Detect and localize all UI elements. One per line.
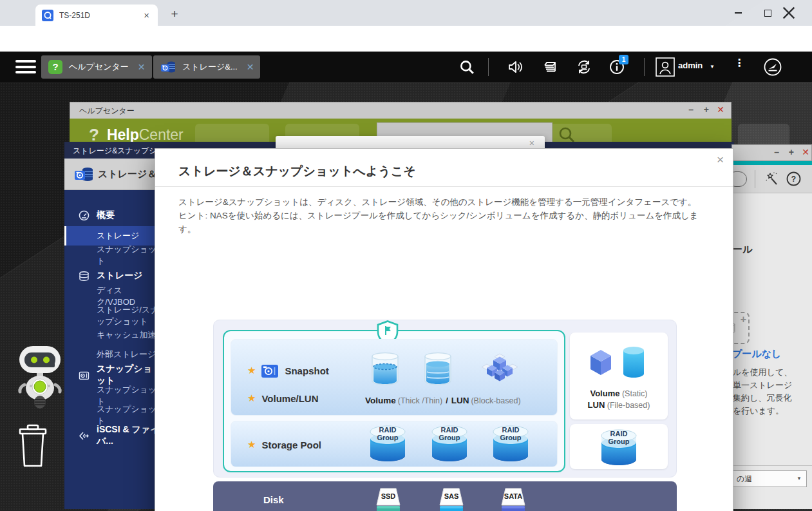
taskbar-divider — [488, 58, 489, 76]
star-icon: ★ — [247, 392, 256, 404]
star-icon: ★ — [247, 365, 256, 376]
volume-lun-row: ★ Snapshot ★ Volume/LUN — [231, 339, 558, 416]
wizard-icon[interactable] — [764, 171, 780, 187]
static-volume-cube-icon — [587, 347, 615, 378]
thick-volume-icon — [370, 351, 400, 387]
sidebar-item-storage-snapshot[interactable]: ストレージ/スナップショット — [64, 306, 161, 325]
sidebar-item-storage[interactable]: ストレージ — [64, 265, 161, 287]
star-icon: ★ — [247, 439, 256, 450]
no-pool-link[interactable]: プールなし — [732, 348, 781, 360]
svg-text:?: ? — [791, 175, 796, 184]
browser-tab[interactable]: TS-251D × — [35, 5, 158, 26]
raid-group-icon: RAIDGroup — [491, 424, 530, 463]
user-avatar-icon[interactable] — [656, 57, 675, 77]
taskbar-tab-label: ヘルプセンター — [69, 61, 129, 73]
pool-description: ルを使用して、 単一ストレージ 集約し、冗長化 を行います。 — [733, 366, 792, 418]
period-dropdown[interactable]: の週 ▼ — [732, 470, 807, 487]
right-window-toolbar: ? — [732, 165, 812, 193]
disks-icon — [79, 271, 90, 282]
sidebar-item-overview[interactable]: 概要 — [64, 204, 161, 226]
pool-section-heading: ール — [733, 244, 752, 256]
sidebar-label: ストレージ — [97, 230, 139, 242]
sidebar-label: iSCSI & ファイバ... — [97, 424, 161, 447]
user-name[interactable]: admin — [678, 61, 703, 70]
logo-text-bold: Help — [107, 126, 139, 144]
disk-row: Disk SSD SAS SATA — [213, 481, 677, 511]
minimize-icon — [735, 12, 742, 14]
static-lun-cylinder-icon — [621, 345, 646, 379]
dialog-description: ストレージ&スナップショットは、ディスク、ストレージ領域、その他のストレージ機能… — [178, 195, 719, 236]
snapshot-label: Snapshot — [285, 365, 328, 376]
robot-mascot-icon[interactable] — [14, 345, 66, 409]
new-tab-button[interactable]: + — [166, 6, 183, 23]
taskbar-more-icon[interactable]: ⋮ — [734, 59, 741, 66]
taskbar-tab-storage[interactable]: ストレージ&... ✕ — [153, 55, 260, 79]
minimize-button[interactable]: – — [774, 147, 779, 157]
sidebar-label: キャッシュ加速 — [97, 329, 156, 341]
raid-group-icon: RAIDGroup — [600, 428, 638, 467]
sidebar-label: ストレージ/スナップショット — [97, 304, 161, 327]
snapshot-legend: ★ Snapshot — [247, 363, 329, 378]
recycle-bin-icon[interactable] — [18, 424, 48, 468]
sidebar-label: スナップショット — [97, 403, 161, 427]
welcome-dialog: × ストレージ＆スナップショットへようこそ ストレージ&スナップショットは、ディ… — [155, 148, 733, 511]
snapshot-camera-icon — [261, 363, 278, 378]
raid-group-icon: RAIDGroup — [368, 424, 407, 463]
sas-disk-icon: SAS — [436, 487, 467, 511]
sidebar-item-iscsi[interactable]: iSCSI & ファイバ... — [64, 425, 161, 447]
close-icon[interactable]: × — [529, 138, 534, 148]
sidebar-item-disks-vjbod[interactable]: ディスク/VJBOD — [64, 287, 161, 306]
help-icon[interactable]: ? — [786, 171, 802, 187]
static-raid-card: RAIDGroup — [570, 424, 668, 469]
tab-close-icon[interactable]: × — [142, 10, 151, 21]
close-button[interactable]: ✕ — [802, 147, 809, 157]
static-volume-card: Volume (Static) LUN (File-based) — [570, 333, 668, 419]
thin-volume-icon — [423, 351, 453, 387]
tab-title: TS-251D — [59, 11, 142, 20]
sidebar-item-snapshot[interactable]: スナップショット — [64, 364, 161, 386]
search-icon[interactable] — [458, 59, 475, 75]
sidebar-label: 概要 — [97, 209, 115, 221]
sidebar-item-snapshot-sub2[interactable]: スナップショット — [64, 405, 161, 425]
storage-snapshots-icon — [160, 59, 176, 75]
sidebar-item-storage-overview[interactable]: ストレージ — [64, 226, 161, 246]
screen: TS-251D × + Goog — [0, 0, 812, 511]
notifications-icon[interactable]: 1 — [609, 59, 626, 75]
main-menu-icon[interactable] — [15, 60, 36, 73]
tab-close-icon[interactable]: ✕ — [138, 62, 146, 72]
taskbar-tab-label: ストレージ&... — [182, 61, 238, 73]
sidebar-item-snapshot-sub1[interactable]: スナップショット — [64, 386, 161, 405]
sidebar-label: スナップショット — [97, 244, 161, 267]
sidebar-item-snapshot-overview[interactable]: スナップショット — [64, 246, 161, 265]
logo-text-rest: Center — [139, 126, 184, 144]
close-button[interactable]: ✕ — [717, 104, 724, 115]
user-caret-icon[interactable]: ▼ — [710, 64, 715, 70]
divider — [155, 186, 733, 187]
maximize-button[interactable]: + — [704, 104, 709, 115]
helpcenter-window-title: ヘルプセンター — [79, 106, 135, 117]
helpcenter-titlebar[interactable]: ヘルプセンター – + ✕ — [70, 102, 732, 119]
caret-down-icon: ▼ — [797, 471, 802, 487]
minimize-button[interactable]: – — [688, 104, 694, 115]
sidebar-label: スナップショット — [97, 363, 161, 387]
dashboard-icon[interactable] — [763, 57, 782, 77]
sync-status-icon[interactable] — [576, 59, 592, 75]
taskbar-tab-helpcenter[interactable]: ? ヘルプセンター ✕ — [41, 55, 152, 79]
volume-icon[interactable] — [507, 59, 524, 75]
dialog-close-icon[interactable]: × — [717, 153, 724, 167]
right-window-titlebar[interactable]: – + ✕ — [732, 144, 812, 161]
divider — [732, 465, 812, 466]
background-tasks-icon[interactable] — [542, 59, 559, 75]
tab-close-icon[interactable]: ✕ — [247, 62, 254, 72]
iscsi-icon — [79, 430, 90, 441]
storage-pool-label: Storage Pool — [261, 439, 321, 450]
sidebar-label: 外部ストレージ — [97, 349, 156, 360]
browser-tabstrip: TS-251D × + — [0, 0, 812, 26]
qts-desktop: ? ヘルプセンター ✕ ストレージ&... ✕ 1 — [0, 52, 812, 511]
right-window-content: ール + プールなし ルを使用して、 単一ストレージ 集約し、冗長化 を行います… — [732, 193, 812, 509]
maximize-button[interactable]: + — [789, 147, 794, 157]
dropdown-value: の週 — [737, 474, 752, 483]
sidebar-item-external-storage[interactable]: 外部ストレージ — [64, 345, 161, 364]
dialog-title: ストレージ＆スナップショットへようこそ — [178, 163, 416, 180]
sidebar-item-cache-acceleration[interactable]: キャッシュ加速 — [64, 325, 161, 345]
